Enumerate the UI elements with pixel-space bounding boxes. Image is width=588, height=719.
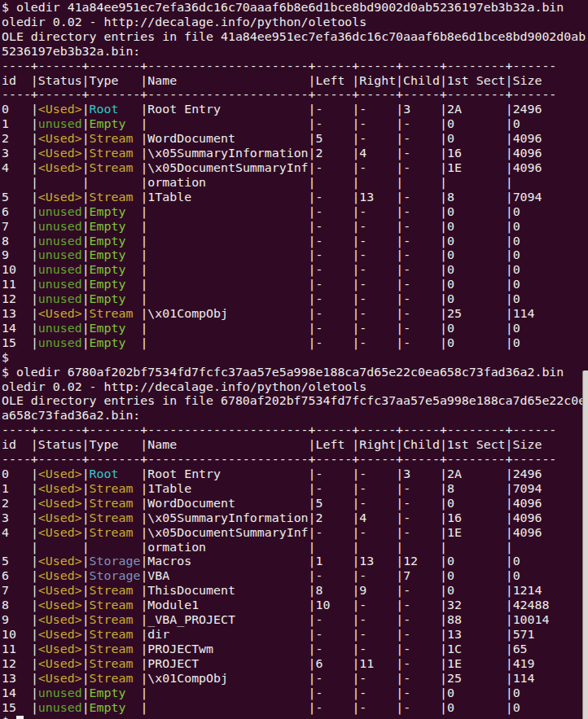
pipe: | [440, 262, 447, 277]
cell-status [38, 175, 82, 190]
cell-left: - [316, 700, 353, 715]
cell-size: 0 [513, 292, 520, 306]
cell-right: - [359, 234, 396, 248]
cell-name [147, 292, 308, 306]
cell-type: Stream [90, 642, 141, 656]
pipe: | [309, 598, 316, 612]
cell-sect: 0 [447, 262, 506, 277]
pipe: | [506, 467, 513, 481]
cell-type: Storage [90, 554, 141, 568]
table-row: 5 |<Used>|Stream |1Table |- |13 |- |8 |7… [2, 190, 542, 204]
pipe: | [82, 656, 90, 671]
cell-type: Empty [90, 321, 141, 335]
pipe: | [309, 146, 316, 160]
pipe: | [31, 700, 38, 715]
cell-size: 419 [513, 656, 535, 671]
pipe: | [31, 277, 38, 292]
cell-size: 571 [513, 627, 535, 642]
pipe: | [82, 321, 90, 335]
scrollbar-thumb[interactable] [582, 370, 588, 719]
pipe: | [140, 277, 147, 292]
table-row: 1 |<Used>|Stream |1Table |- |- |- |8 |70… [2, 481, 542, 496]
cell-status: unused [38, 686, 82, 700]
pipe: | [140, 612, 147, 627]
pipe: | [440, 321, 447, 335]
cell-size: 42488 [513, 598, 550, 612]
pipe: | [140, 481, 147, 496]
cell-size: 0 [513, 277, 520, 292]
pipe: | [396, 321, 403, 335]
command-line: $ oledir 41a84ee951ec7efa36dc16c70aaaf6b… [2, 0, 564, 15]
pipe: | [440, 656, 447, 671]
cell-left: - [316, 116, 353, 131]
cell-child: - [403, 583, 440, 598]
cell-right: 9 [359, 583, 396, 598]
pipe: | [309, 277, 316, 292]
cell-name [147, 335, 308, 350]
pipe: | [309, 131, 316, 146]
cell-sect [447, 540, 506, 555]
cell-child: 12 [403, 554, 440, 568]
cell-type: Storage [90, 568, 141, 583]
table-row: 8 |unused|Empty | |- |- |- |0 |0 [2, 234, 520, 248]
cell-left: - [316, 204, 353, 219]
pipe: | [352, 335, 359, 350]
pipe: | [396, 306, 403, 321]
pipe: | [506, 262, 513, 277]
pipe: | [82, 627, 90, 642]
cell-right: 4 [359, 146, 396, 160]
pipe: | [31, 160, 38, 175]
cell-child [403, 175, 440, 190]
cell-type: Stream [90, 627, 141, 642]
pipe: | [352, 568, 359, 583]
cell-right: 4 [359, 511, 396, 525]
pipe: | [31, 671, 38, 686]
message-line: a658c73fad36a2.bin: [2, 408, 140, 423]
cell-right: - [359, 277, 396, 292]
cell-size: 7094 [513, 190, 542, 204]
pipe: | [309, 496, 316, 511]
cell-left: - [316, 671, 353, 686]
pipe: | [352, 627, 359, 642]
table-row: 1 |unused|Empty | |- |- |- |0 |0 [2, 116, 520, 131]
cell-sect: 8 [447, 481, 506, 496]
cell-id: 5 [2, 190, 31, 204]
pipe: | [352, 219, 359, 234]
cell-status: unused [38, 292, 82, 306]
pipe: | [309, 321, 316, 335]
pipe: | [506, 686, 513, 700]
cell-name [147, 700, 308, 715]
pipe: | [396, 131, 403, 146]
table-row: 2 |<Used>|Stream |WordDocument |5 |- |- … [2, 496, 542, 511]
pipe: | [31, 525, 38, 540]
table-row: 12 |unused|Empty | |- |- |- |0 |0 [2, 292, 520, 306]
pipe: | [396, 554, 403, 568]
pipe: | [82, 511, 90, 525]
cell-left: - [316, 262, 353, 277]
pipe: | [82, 583, 90, 598]
cell-left: - [316, 277, 353, 292]
cell-type: Stream [90, 525, 141, 540]
pipe: | [140, 511, 147, 525]
pipe: | [352, 700, 359, 715]
cell-status: <Used> [38, 511, 82, 525]
pipe: | [31, 583, 38, 598]
cell-name: \x05SummaryInformation [147, 146, 308, 160]
cell-name: \x05DocumentSummaryInf [147, 160, 308, 175]
pipe: | [140, 306, 147, 321]
cell-left: - [316, 248, 353, 262]
pipe: | [309, 219, 316, 234]
pipe: | [82, 190, 90, 204]
cell-id: 11 [2, 277, 31, 292]
pipe: | [82, 496, 90, 511]
cell-sect: 0 [447, 583, 506, 598]
pipe: | [396, 496, 403, 511]
cell-status: <Used> [38, 598, 82, 612]
pipe: | [352, 262, 359, 277]
cell-left: - [316, 686, 353, 700]
terminal-screen[interactable]: $ oledir 41a84ee951ec7efa36dc16c70aaaf6b… [0, 0, 588, 719]
scrollbar-track [582, 370, 588, 719]
pipe: | [31, 554, 38, 568]
pipe: | [396, 671, 403, 686]
pipe: | [506, 321, 513, 335]
